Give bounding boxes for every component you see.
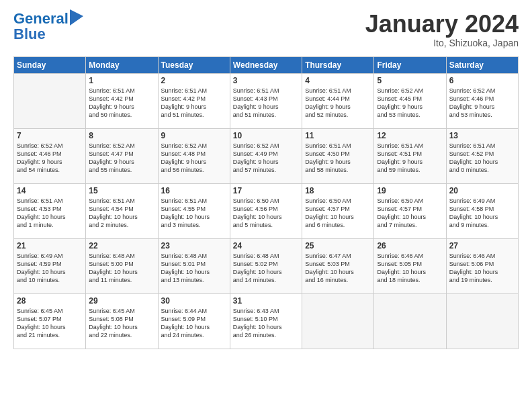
cell-info: Sunrise: 6:51 AM Sunset: 4:53 PM Dayligh…: [17, 197, 83, 230]
cell-info: Sunrise: 6:46 AM Sunset: 5:06 PM Dayligh…: [449, 252, 515, 285]
day-number: 13: [449, 131, 515, 140]
day-number: 15: [89, 186, 154, 195]
day-number: 5: [377, 76, 443, 85]
cell-info: Sunrise: 6:45 AM Sunset: 5:08 PM Dayligh…: [89, 307, 154, 340]
calendar-container: General Blue January 2024 Ito, Shizuoka,…: [0, 0, 532, 356]
day-number: 31: [233, 296, 299, 306]
cell-info: Sunrise: 6:52 AM Sunset: 4:48 PM Dayligh…: [161, 142, 227, 175]
week-row-5: 28Sunrise: 6:45 AM Sunset: 5:07 PM Dayli…: [14, 293, 519, 349]
cell-info: Sunrise: 6:46 AM Sunset: 5:05 PM Dayligh…: [377, 252, 443, 285]
weekday-header-monday: Monday: [86, 56, 158, 73]
calendar-cell: 21Sunrise: 6:49 AM Sunset: 4:59 PM Dayli…: [14, 238, 86, 293]
day-number: 29: [89, 296, 154, 306]
cell-info: Sunrise: 6:52 AM Sunset: 4:45 PM Dayligh…: [377, 87, 443, 120]
cell-info: Sunrise: 6:52 AM Sunset: 4:49 PM Dayligh…: [233, 142, 299, 175]
day-number: 16: [161, 186, 227, 195]
calendar-cell: 26Sunrise: 6:46 AM Sunset: 5:05 PM Dayli…: [374, 238, 446, 293]
week-row-1: 1Sunrise: 6:51 AM Sunset: 4:42 PM Daylig…: [14, 73, 519, 128]
day-number: 21: [17, 241, 83, 250]
cell-info: Sunrise: 6:43 AM Sunset: 5:10 PM Dayligh…: [233, 307, 299, 340]
location: Ito, Shizuoka, Japan: [365, 38, 519, 48]
calendar-cell: 1Sunrise: 6:51 AM Sunset: 4:42 PM Daylig…: [86, 73, 158, 128]
day-number: 2: [161, 76, 227, 85]
day-number: 25: [305, 241, 371, 250]
svg-marker-0: [70, 9, 83, 26]
calendar-cell: 22Sunrise: 6:48 AM Sunset: 5:00 PM Dayli…: [86, 238, 158, 293]
calendar-cell: 3Sunrise: 6:51 AM Sunset: 4:43 PM Daylig…: [230, 73, 302, 128]
day-number: 7: [17, 131, 83, 140]
day-number: 1: [89, 76, 154, 85]
cell-info: Sunrise: 6:51 AM Sunset: 4:42 PM Dayligh…: [161, 87, 227, 120]
cell-info: Sunrise: 6:48 AM Sunset: 5:00 PM Dayligh…: [89, 252, 154, 285]
day-number: 14: [17, 186, 83, 195]
weekday-header-tuesday: Tuesday: [158, 56, 230, 73]
cell-info: Sunrise: 6:45 AM Sunset: 5:07 PM Dayligh…: [17, 307, 83, 340]
cell-info: Sunrise: 6:50 AM Sunset: 4:56 PM Dayligh…: [233, 197, 299, 230]
cell-info: Sunrise: 6:52 AM Sunset: 4:46 PM Dayligh…: [449, 87, 515, 120]
calendar-cell: 14Sunrise: 6:51 AM Sunset: 4:53 PM Dayli…: [14, 183, 86, 238]
cell-info: Sunrise: 6:44 AM Sunset: 5:09 PM Dayligh…: [161, 307, 227, 340]
day-number: 3: [233, 76, 299, 85]
calendar-cell: 17Sunrise: 6:50 AM Sunset: 4:56 PM Dayli…: [230, 183, 302, 238]
cell-info: Sunrise: 6:50 AM Sunset: 4:57 PM Dayligh…: [305, 197, 371, 230]
week-row-4: 21Sunrise: 6:49 AM Sunset: 4:59 PM Dayli…: [14, 238, 519, 293]
title-block: January 2024 Ito, Shizuoka, Japan: [365, 11, 519, 48]
cell-info: Sunrise: 6:51 AM Sunset: 4:42 PM Dayligh…: [89, 87, 154, 120]
day-number: 23: [161, 241, 227, 250]
day-number: 28: [17, 296, 83, 306]
calendar-cell: 27Sunrise: 6:46 AM Sunset: 5:06 PM Dayli…: [446, 238, 518, 293]
day-number: 30: [161, 296, 227, 306]
calendar-cell: 23Sunrise: 6:48 AM Sunset: 5:01 PM Dayli…: [158, 238, 230, 293]
cell-info: Sunrise: 6:52 AM Sunset: 4:46 PM Dayligh…: [17, 142, 83, 175]
day-number: 11: [305, 131, 371, 140]
calendar-cell: 7Sunrise: 6:52 AM Sunset: 4:46 PM Daylig…: [14, 128, 86, 183]
cell-info: Sunrise: 6:47 AM Sunset: 5:03 PM Dayligh…: [305, 252, 371, 285]
calendar-cell: 18Sunrise: 6:50 AM Sunset: 4:57 PM Dayli…: [302, 183, 374, 238]
calendar-cell: 24Sunrise: 6:48 AM Sunset: 5:02 PM Dayli…: [230, 238, 302, 293]
day-number: 19: [377, 186, 443, 195]
calendar-cell: 25Sunrise: 6:47 AM Sunset: 5:03 PM Dayli…: [302, 238, 374, 293]
day-number: 8: [89, 131, 154, 140]
cell-info: Sunrise: 6:51 AM Sunset: 4:54 PM Dayligh…: [89, 197, 154, 230]
logo: General Blue: [13, 11, 83, 43]
calendar-cell: 30Sunrise: 6:44 AM Sunset: 5:09 PM Dayli…: [158, 293, 230, 349]
calendar-cell: [374, 293, 446, 349]
calendar-cell: [14, 73, 86, 128]
logo-icon: [70, 9, 83, 26]
cell-info: Sunrise: 6:48 AM Sunset: 5:02 PM Dayligh…: [233, 252, 299, 285]
calendar-cell: 9Sunrise: 6:52 AM Sunset: 4:48 PM Daylig…: [158, 128, 230, 183]
weekday-header-wednesday: Wednesday: [230, 56, 302, 73]
calendar-cell: 15Sunrise: 6:51 AM Sunset: 4:54 PM Dayli…: [86, 183, 158, 238]
cell-info: Sunrise: 6:51 AM Sunset: 4:50 PM Dayligh…: [305, 142, 371, 175]
calendar-cell: 2Sunrise: 6:51 AM Sunset: 4:42 PM Daylig…: [158, 73, 230, 128]
calendar-table: SundayMondayTuesdayWednesdayThursdayFrid…: [13, 56, 519, 349]
header: General Blue January 2024 Ito, Shizuoka,…: [13, 11, 519, 48]
cell-info: Sunrise: 6:51 AM Sunset: 4:55 PM Dayligh…: [161, 197, 227, 230]
weekday-header-thursday: Thursday: [302, 56, 374, 73]
day-number: 10: [233, 131, 299, 140]
calendar-cell: 31Sunrise: 6:43 AM Sunset: 5:10 PM Dayli…: [230, 293, 302, 349]
calendar-cell: 16Sunrise: 6:51 AM Sunset: 4:55 PM Dayli…: [158, 183, 230, 238]
cell-info: Sunrise: 6:51 AM Sunset: 4:44 PM Dayligh…: [305, 87, 371, 120]
logo-text: General: [13, 11, 69, 27]
calendar-cell: 28Sunrise: 6:45 AM Sunset: 5:07 PM Dayli…: [14, 293, 86, 349]
calendar-cell: 20Sunrise: 6:49 AM Sunset: 4:58 PM Dayli…: [446, 183, 518, 238]
day-number: 9: [161, 131, 227, 140]
calendar-cell: 6Sunrise: 6:52 AM Sunset: 4:46 PM Daylig…: [446, 73, 518, 128]
day-number: 18: [305, 186, 371, 195]
month-title: January 2024: [365, 11, 519, 38]
day-number: 27: [449, 241, 515, 250]
calendar-cell: 10Sunrise: 6:52 AM Sunset: 4:49 PM Dayli…: [230, 128, 302, 183]
week-row-2: 7Sunrise: 6:52 AM Sunset: 4:46 PM Daylig…: [14, 128, 519, 183]
weekday-header-row: SundayMondayTuesdayWednesdayThursdayFrid…: [14, 56, 519, 73]
calendar-cell: 4Sunrise: 6:51 AM Sunset: 4:44 PM Daylig…: [302, 73, 374, 128]
day-number: 12: [377, 131, 443, 140]
calendar-cell: 8Sunrise: 6:52 AM Sunset: 4:47 PM Daylig…: [86, 128, 158, 183]
day-number: 24: [233, 241, 299, 250]
weekday-header-friday: Friday: [374, 56, 446, 73]
calendar-cell: 13Sunrise: 6:51 AM Sunset: 4:52 PM Dayli…: [446, 128, 518, 183]
cell-info: Sunrise: 6:48 AM Sunset: 5:01 PM Dayligh…: [161, 252, 227, 285]
week-row-3: 14Sunrise: 6:51 AM Sunset: 4:53 PM Dayli…: [14, 183, 519, 238]
day-number: 26: [377, 241, 443, 250]
calendar-cell: [302, 293, 374, 349]
